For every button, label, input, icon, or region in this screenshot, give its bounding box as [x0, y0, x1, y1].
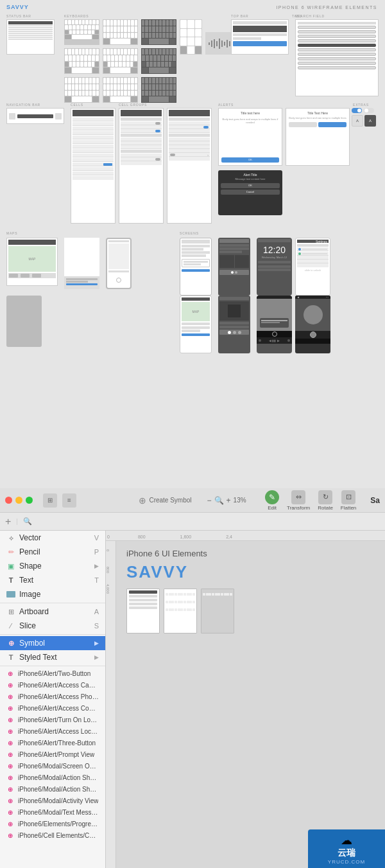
styled-text-icon: T	[6, 653, 15, 662]
image-icon	[6, 591, 15, 598]
subitem-iphone6-modal-activity[interactable]: ⊕ iPhone6/Modal/Activity View	[0, 795, 105, 806]
subitem-iphone6-alert-location2[interactable]: ⊕ iPhone6/Alert/Access Location Services	[0, 725, 105, 737]
minimize-button[interactable]	[15, 497, 22, 504]
menu-item-styled-text[interactable]: T Styled Text ▶	[0, 650, 105, 664]
subitem-iphone6-alert-camera[interactable]: ⊕ iPhone6/Alert/Access Camera	[0, 679, 105, 691]
section-nav-label: NAVIGATION BAR	[6, 103, 40, 107]
subitem-iphone6-modal-action5[interactable]: ⊕ iPhone6/Modal/Action Sheet - 5 actions	[0, 783, 105, 795]
section-extras-label: EXTRAS	[353, 103, 369, 107]
svg-rect-8	[229, 41, 230, 46]
menu-item-text[interactable]: T Text T	[0, 573, 105, 587]
sym-icon-10: ⊕	[6, 774, 14, 781]
menu-item-pencil[interactable]: ✏ Pencil P	[0, 545, 105, 559]
slice-shortcut: S	[94, 622, 99, 630]
sym-icon-14: ⊕	[6, 820, 14, 828]
artboard-shortcut: A	[94, 608, 99, 616]
menu-item-shape[interactable]: ▣ Shape ▶	[0, 559, 105, 573]
maximize-button[interactable]	[26, 497, 33, 504]
section-status-label: STATUS BAR	[6, 14, 31, 18]
svg-rect-5	[221, 40, 223, 47]
sym-icon-3: ⊕	[6, 693, 14, 700]
title-bar: ⊞ ≡ ⊕ Create Symbol − 🔍 + 13% ✎ Edit ⇔ T…	[0, 488, 385, 513]
menu-item-image[interactable]: Image	[0, 587, 105, 601]
subitem-label-1: iPhone6/Alert/Two-Button	[18, 670, 90, 677]
subitem-label-10: iPhone6/Modal/Action Sheet	[18, 774, 99, 781]
add-layer-btn[interactable]: +	[5, 516, 11, 527]
content-section-label: iPhone 6 UI Elements	[126, 549, 375, 558]
sym-icon-6: ⊕	[6, 727, 14, 735]
traffic-lights	[5, 497, 33, 504]
menu-item-vector[interactable]: ⟡ Vector V	[0, 531, 105, 545]
sym-icon-13: ⊕	[6, 808, 14, 816]
subitem-label-4: iPhone6/Alert/Access Contacts	[18, 705, 99, 712]
menu-sep-3	[0, 666, 105, 666]
create-symbol-icon: ⊕	[139, 495, 146, 506]
mini-wf-kbd2	[201, 589, 234, 633]
pencil-label: Pencil	[19, 547, 40, 556]
edit-icon-group[interactable]: ✎ Edit	[265, 490, 279, 511]
subitem-iphone6-modal-screen[interactable]: ⊕ iPhone6/Modal/Screen Overlay	[0, 760, 105, 772]
svg-rect-7	[227, 40, 228, 48]
flatten-icon-group[interactable]: ⊡ Flatten	[341, 490, 356, 511]
zoom-plus-btn[interactable]: +	[227, 496, 231, 505]
create-symbol-label: Create Symbol	[149, 497, 191, 504]
main-layout: ⟡ Vector V ✏ Pencil P ▣ Shape ▶ T Text T	[0, 531, 385, 868]
title-bar-icons: ⊞ ≡	[43, 493, 76, 508]
subitem-iphone6-alert-three[interactable]: ⊕ iPhone6/Alert/Three-Button	[0, 737, 105, 748]
vector-label: Vector	[19, 533, 41, 542]
sym-icon-8: ⊕	[6, 750, 14, 758]
slice-icon: ∕	[6, 621, 15, 630]
text-icon: T	[6, 576, 15, 585]
watermark-sub: YRUCD.COM	[328, 859, 365, 865]
section-cells-label: CELLS	[71, 103, 83, 107]
rotate-icon-group[interactable]: ↻ Rotate	[318, 490, 333, 511]
svg-rect-4	[219, 39, 220, 49]
vector-icon: ⟡	[6, 533, 15, 542]
zoom-minus-btn[interactable]: −	[207, 496, 212, 505]
edit-label: Edit	[268, 505, 277, 511]
search-toggle-btn[interactable]: 🔍	[23, 517, 32, 526]
artboard-label: Artboard	[19, 607, 49, 616]
sym-icon-5: ⊕	[6, 716, 14, 723]
mac-app: ⊞ ≡ ⊕ Create Symbol − 🔍 + 13% ✎ Edit ⇔ T…	[0, 488, 385, 868]
menu-sep-2	[0, 634, 105, 635]
subitem-iphone6-alert-photos[interactable]: ⊕ iPhone6/Alert/Access Photos	[0, 691, 105, 702]
svg-rect-6	[224, 42, 225, 46]
layers-icon[interactable]: ≡	[62, 493, 76, 508]
subitem-iphone6-modal-text[interactable]: ⊕ iPhone6/Modal/Text Message	[0, 806, 105, 818]
subitem-iphone6-cell-elements[interactable]: ⊕ iPhone6/Cell Elements/Cell Details	[0, 829, 105, 841]
subitem-label-6: iPhone6/Alert/Access Location Services	[18, 728, 99, 735]
menu-item-symbol[interactable]: ⊕ Symbol ▶	[0, 636, 105, 650]
subitem-label-3: iPhone6/Alert/Access Photos	[18, 693, 99, 700]
subitem-label-15: iPhone6/Cell Elements/Cell Details	[18, 832, 99, 839]
svg-rect-0	[209, 42, 210, 45]
title-center-group: ⊕ Create Symbol − 🔍 + 13%	[139, 495, 246, 506]
subitem-iphone6-alert-two[interactable]: ⊕ iPhone6/Alert/Two-Button	[0, 668, 105, 679]
subitem-iphone6-elements-progress[interactable]: ⊕ iPhone6/Elements/Progress View	[0, 818, 105, 829]
sym-icon-12: ⊕	[6, 797, 14, 804]
svg-rect-3	[216, 41, 218, 46]
wireframe-canvas: SAVVY iPHONE 6 WIREFRAME ELEMENTS STATUS…	[0, 0, 385, 488]
content-area: 0 800 1,600 2,4 0 800 4,000 iPhone 6 UI …	[106, 531, 385, 868]
section-alerts-label: ALERTS	[218, 103, 234, 107]
panel-toggle-icon[interactable]: ⊞	[43, 493, 57, 508]
subitem-iphone6-alert-location[interactable]: ⊕ iPhone6/Alert/Turn On Location Service…	[0, 714, 105, 725]
menu-item-slice[interactable]: ∕ Slice S	[0, 619, 105, 633]
mini-wf-grid	[126, 589, 375, 633]
subitem-iphone6-alert-contacts[interactable]: ⊕ iPhone6/Alert/Access Contacts	[0, 702, 105, 714]
subitem-iphone6-modal-action[interactable]: ⊕ iPhone6/Modal/Action Sheet	[0, 772, 105, 783]
subitem-label-7: iPhone6/Alert/Three-Button	[18, 740, 96, 747]
close-button[interactable]	[5, 497, 12, 504]
menu-item-artboard[interactable]: ⊞ Artboard A	[0, 605, 105, 619]
title-right-icons: ✎ Edit ⇔ Transform ↻ Rotate ⊡ Flatten Sa	[265, 490, 380, 511]
left-menu: ⟡ Vector V ✏ Pencil P ▣ Shape ▶ T Text T	[0, 531, 106, 868]
content-inner: iPhone 6 UI Elements SAVVY	[116, 541, 385, 641]
subitem-label-12: iPhone6/Modal/Activity View	[18, 797, 98, 804]
transform-icon-group[interactable]: ⇔ Transform	[287, 490, 310, 511]
vector-shortcut: V	[94, 534, 99, 542]
shape-icon: ▣	[6, 562, 15, 571]
ruler-mark-2400: 2,4	[225, 535, 234, 539]
section-maps-label: MAPS	[6, 231, 17, 235]
styled-text-arrow: ▶	[94, 654, 99, 660]
subitem-iphone6-alert-prompt[interactable]: ⊕ iPhone6/Alert/Prompt View	[0, 748, 105, 760]
